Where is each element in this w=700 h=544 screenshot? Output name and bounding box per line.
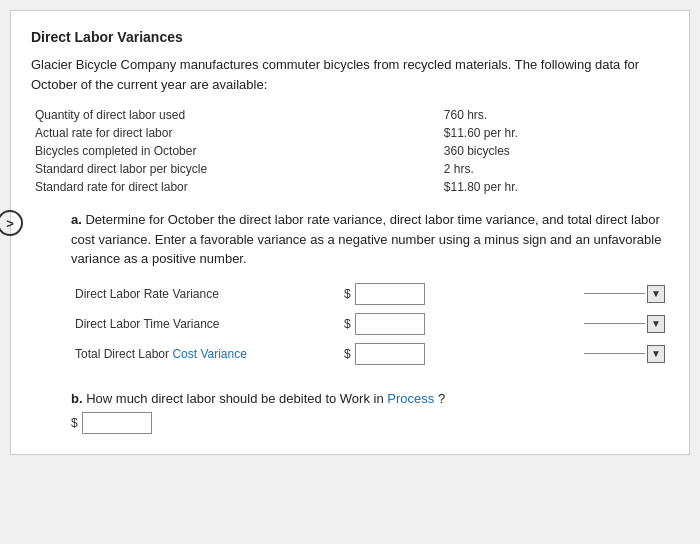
section-b-input[interactable] <box>82 412 152 434</box>
data-row: Standard direct labor per bicycle2 hrs. <box>31 160 669 178</box>
data-row: Actual rate for direct labor$11.60 per h… <box>31 124 669 142</box>
data-table: Quantity of direct labor used760 hrs.Act… <box>31 106 669 196</box>
data-row-label: Bicycles completed in October <box>31 142 414 160</box>
dropdown-arrow[interactable]: ▼ <box>647 285 665 303</box>
variance-label: Direct Labor Rate Variance <box>75 287 219 301</box>
section-a-letter: a. <box>71 212 82 227</box>
data-row-label: Standard rate for direct labor <box>31 178 414 196</box>
dollar-sign: $ <box>344 287 351 301</box>
arrow-circle: > <box>0 210 23 236</box>
variance-line <box>584 323 645 324</box>
section-b-input-group: $ <box>71 412 669 434</box>
data-row-value: 2 hrs. <box>414 160 669 178</box>
data-row: Quantity of direct labor used760 hrs. <box>31 106 669 124</box>
variance-table: Direct Labor Rate Variance $ ▼ Direct La… <box>71 279 669 369</box>
section-b-letter: b. <box>71 391 83 406</box>
variance-row: Total Direct Labor Cost Variance $ ▼ <box>71 339 669 369</box>
variance-label-cell: Total Direct Labor Cost Variance <box>71 339 340 369</box>
variance-label-cell: Direct Labor Rate Variance <box>71 279 340 309</box>
data-row-label: Standard direct labor per bicycle <box>31 160 414 178</box>
process-link[interactable]: Process <box>387 391 434 406</box>
section-a-question-text: Determine for October the direct labor r… <box>71 212 661 266</box>
data-row: Standard rate for direct labor$11.80 per… <box>31 178 669 196</box>
variance-dropdown-cell: ▼ <box>570 339 669 369</box>
dropdown-arrow[interactable]: ▼ <box>647 315 665 333</box>
variance-input-time[interactable] <box>355 313 425 335</box>
dollar-sign: $ <box>344 317 351 331</box>
data-row-label: Quantity of direct labor used <box>31 106 414 124</box>
data-row-label: Actual rate for direct labor <box>31 124 414 142</box>
variance-label-cell: Direct Labor Time Variance <box>71 309 340 339</box>
variance-row: Direct Labor Time Variance $ ▼ <box>71 309 669 339</box>
variance-input-cell: $ <box>340 309 570 339</box>
section-b-dollar-sign: $ <box>71 416 78 430</box>
data-row-value: $11.80 per hr. <box>414 178 669 196</box>
data-row-value: 760 hrs. <box>414 106 669 124</box>
variance-input-total[interactable] <box>355 343 425 365</box>
section-b-question-start: How much direct labor should be debited … <box>86 391 387 406</box>
page-title: Direct Labor Variances <box>31 29 669 45</box>
section-b-question-end: ? <box>438 391 445 406</box>
variance-label: Total Direct Labor <box>75 347 169 361</box>
dollar-sign: $ <box>344 347 351 361</box>
data-row-value: 360 bicycles <box>414 142 669 160</box>
section-a-question: a. Determine for October the direct labo… <box>71 210 669 269</box>
data-row: Bicycles completed in October360 bicycle… <box>31 142 669 160</box>
intro-text: Glacier Bicycle Company manufactures com… <box>31 55 669 94</box>
variance-row: Direct Labor Rate Variance $ ▼ <box>71 279 669 309</box>
dropdown-arrow[interactable]: ▼ <box>647 345 665 363</box>
variance-dropdown-cell: ▼ <box>570 309 669 339</box>
section-b: b. How much direct labor should be debit… <box>71 391 669 434</box>
variance-line <box>584 293 645 294</box>
variance-label: Direct Labor Time Variance <box>75 317 220 331</box>
cost-variance-label: Cost Variance <box>169 347 247 361</box>
data-row-value: $11.60 per hr. <box>414 124 669 142</box>
section-b-label: b. How much direct labor should be debit… <box>71 391 669 406</box>
variance-input-cell: $ <box>340 339 570 369</box>
variance-line <box>584 353 645 354</box>
variance-input-cell: $ <box>340 279 570 309</box>
section-a: a. Determine for October the direct labo… <box>71 210 669 377</box>
variance-input-rate[interactable] <box>355 283 425 305</box>
variance-dropdown-cell: ▼ <box>570 279 669 309</box>
